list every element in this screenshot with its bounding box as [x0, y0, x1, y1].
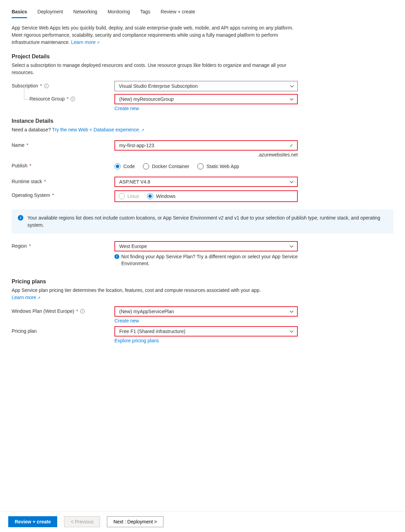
intro-text: App Service Web Apps lets you quickly bu… — [12, 24, 299, 46]
radio-label: Static Web App — [206, 164, 239, 169]
plan-label: Windows Plan (West Europe) — [12, 308, 74, 314]
region-value: West Europe — [119, 244, 147, 249]
name-value: my-first-app-123 — [119, 143, 154, 148]
radio-icon — [197, 163, 204, 169]
plan-select[interactable]: (New) myAppServicePlan — [114, 306, 298, 317]
radio-label: Docker Container — [152, 164, 189, 169]
radio-icon — [114, 163, 121, 169]
pricing-desc: App Service plan pricing tier determines… — [12, 287, 261, 293]
name-input[interactable]: my-first-app-123 ✓ — [114, 140, 298, 151]
chevron-down-icon — [290, 84, 294, 88]
wizard-tabs: Basics Deployment Networking Monitoring … — [12, 7, 393, 18]
tier-label: Pricing plan — [12, 328, 37, 334]
create-new-plan-link[interactable]: Create new — [114, 318, 139, 323]
os-radio-group: Linux Windows — [114, 190, 298, 202]
tab-review-create[interactable]: Review + create — [161, 7, 195, 18]
row-pricing-tier: Pricing plan Free F1 (Shared infrastruct… — [12, 326, 393, 343]
radio-label: Windows — [156, 193, 175, 199]
subscription-value: Visual Studio Enterprise Subscription — [119, 83, 198, 89]
row-subscription: Subscription * i Visual Studio Enterpris… — [12, 81, 393, 92]
create-new-rg-link[interactable]: Create new — [114, 106, 139, 111]
info-icon[interactable]: i — [71, 97, 75, 101]
os-label: Operating System — [12, 192, 50, 198]
required-asterisk: * — [29, 163, 31, 168]
plan-value: (New) myAppServicePlan — [119, 309, 174, 314]
row-runtime: Runtime stack * ASP.NET V4.8 — [12, 177, 393, 188]
publish-label: Publish — [12, 163, 27, 168]
radio-label: Linux — [127, 193, 139, 199]
resource-group-value: (New) myResourceGroup — [119, 96, 174, 102]
tab-deployment[interactable]: Deployment — [37, 7, 63, 18]
radio-icon — [147, 193, 153, 199]
region-helper-text: Not finding your App Service Plan? Try a… — [121, 253, 298, 267]
radio-static[interactable]: Static Web App — [197, 163, 239, 169]
region-label: Region — [12, 243, 27, 249]
check-icon: ✓ — [290, 143, 294, 148]
info-icon: i — [18, 215, 23, 221]
db-experience-link[interactable]: Try the new Web + Database experience. — [52, 127, 144, 132]
runtime-value: ASP.NET V4.8 — [119, 179, 150, 185]
required-asterisk: * — [40, 83, 42, 88]
project-details-desc: Select a subscription to manage deployed… — [12, 62, 299, 76]
tab-monitoring[interactable]: Monitoring — [108, 7, 130, 18]
row-plan: Windows Plan (West Europe) * i (New) myA… — [12, 306, 393, 323]
row-name: Name * my-first-app-123 ✓ .azurewebsites… — [12, 140, 393, 157]
runtime-select[interactable]: ASP.NET V4.8 — [114, 177, 298, 187]
required-asterisk: * — [26, 142, 28, 148]
tab-basics[interactable]: Basics — [12, 7, 27, 18]
radio-icon — [119, 193, 125, 199]
info-text: Your available regions list does not inc… — [27, 214, 387, 229]
tier-select[interactable]: Free F1 (Shared infrastructure) — [114, 326, 298, 336]
required-asterisk: * — [52, 192, 54, 198]
radio-label: Code — [123, 164, 135, 169]
tier-value: Free F1 (Shared infrastructure) — [119, 329, 185, 334]
required-asterisk: * — [29, 243, 30, 249]
chevron-down-icon — [290, 180, 294, 184]
name-suffix: .azurewebsites.net — [114, 152, 298, 157]
info-icon: i — [114, 254, 119, 259]
required-asterisk: * — [44, 179, 46, 184]
radio-linux: Linux — [119, 193, 139, 199]
subscription-select[interactable]: Visual Studio Enterprise Subscription — [114, 81, 298, 91]
radio-code[interactable]: Code — [114, 163, 135, 169]
row-os: Operating System * Linux Windows — [12, 190, 393, 202]
row-region: Region * West Europe i Not finding your … — [12, 241, 393, 267]
name-label: Name — [12, 142, 24, 148]
resource-group-select[interactable]: (New) myResourceGroup — [114, 94, 298, 104]
pricing-learn-more-link[interactable]: Learn more — [12, 295, 40, 300]
section-instance-details: Instance Details — [12, 118, 393, 124]
section-pricing: Pricing plans — [12, 279, 393, 285]
tab-tags[interactable]: Tags — [140, 7, 150, 18]
intro-body: App Service Web Apps lets you quickly bu… — [12, 25, 293, 45]
chevron-down-icon — [290, 309, 294, 314]
publish-radio-group: Code Docker Container Static Web App — [114, 161, 298, 172]
radio-windows[interactable]: Windows — [147, 193, 175, 199]
row-publish: Publish * Code Docker Container Static W… — [12, 161, 393, 172]
info-icon[interactable]: i — [44, 84, 49, 88]
tree-connector — [24, 86, 37, 99]
info-icon[interactable]: i — [80, 309, 85, 314]
db-prompt: Need a database? — [12, 127, 52, 132]
required-asterisk: * — [76, 308, 78, 314]
section-project-details: Project Details — [12, 54, 393, 60]
chevron-down-icon — [290, 244, 294, 248]
radio-icon — [143, 163, 149, 169]
explore-pricing-link[interactable]: Explore pricing plans — [114, 338, 159, 343]
radio-docker[interactable]: Docker Container — [143, 163, 189, 169]
chevron-down-icon — [290, 329, 294, 333]
region-info-box: i Your available regions list does not i… — [12, 210, 393, 234]
tab-networking[interactable]: Networking — [73, 7, 97, 18]
learn-more-link[interactable]: Learn more — [71, 39, 100, 45]
row-resource-group: Resource Group * i (New) myResourceGroup… — [12, 94, 393, 111]
runtime-label: Runtime stack — [12, 179, 42, 184]
required-asterisk: * — [67, 96, 69, 102]
region-select[interactable]: West Europe — [114, 241, 298, 251]
chevron-down-icon — [290, 97, 294, 101]
